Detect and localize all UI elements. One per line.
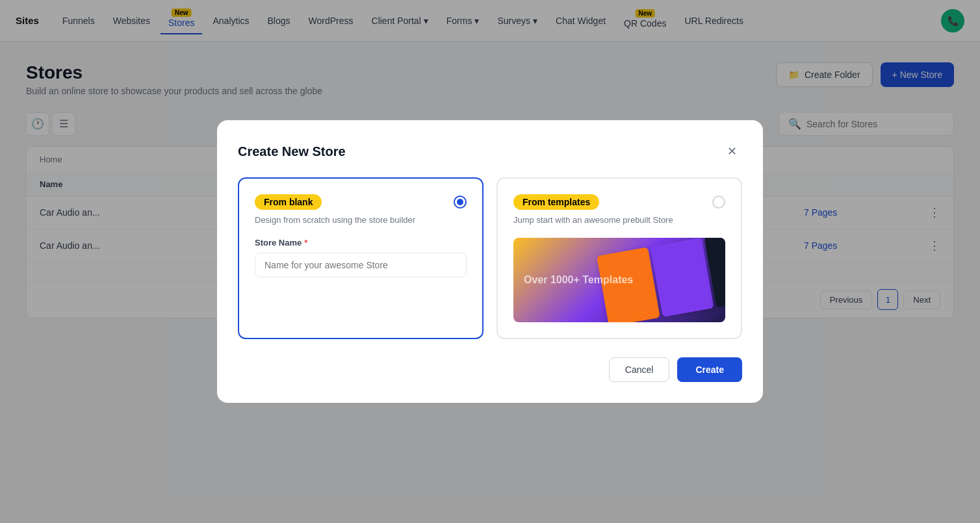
from-blank-description: Design from scratch using the store buil… <box>255 215 467 225</box>
store-name-label: Store Name * <box>255 238 467 248</box>
modal-title: Create New Store <box>238 144 346 159</box>
modal-close-button[interactable]: ✕ <box>721 141 742 162</box>
from-templates-option[interactable]: From templates Jump start with an awesom… <box>496 177 742 339</box>
from-templates-radio[interactable] <box>712 196 725 209</box>
from-templates-description: Jump start with an awesome prebuilt Stor… <box>513 215 725 225</box>
store-name-field: Store Name * <box>255 238 467 277</box>
from-blank-badge: From blank <box>255 194 322 210</box>
required-indicator: * <box>304 238 307 248</box>
template-preview: Over 1000+ Templates <box>513 238 725 322</box>
from-blank-radio[interactable] <box>454 196 467 209</box>
from-templates-badge: From templates <box>513 194 599 210</box>
create-store-modal: Create New Store ✕ From blank Design fro… <box>217 120 763 339</box>
modal-options: From blank Design from scratch using the… <box>238 177 742 339</box>
option-template-header: From templates <box>513 194 725 210</box>
modal-overlay[interactable]: Create New Store ✕ From blank Design fro… <box>0 0 980 339</box>
template-card-2 <box>651 238 714 317</box>
template-preview-text: Over 1000+ Templates <box>513 264 643 296</box>
option-blank-header: From blank <box>255 194 467 210</box>
store-name-input[interactable] <box>255 253 467 277</box>
modal-header: Create New Store ✕ <box>238 141 742 162</box>
from-blank-option[interactable]: From blank Design from scratch using the… <box>238 177 484 339</box>
